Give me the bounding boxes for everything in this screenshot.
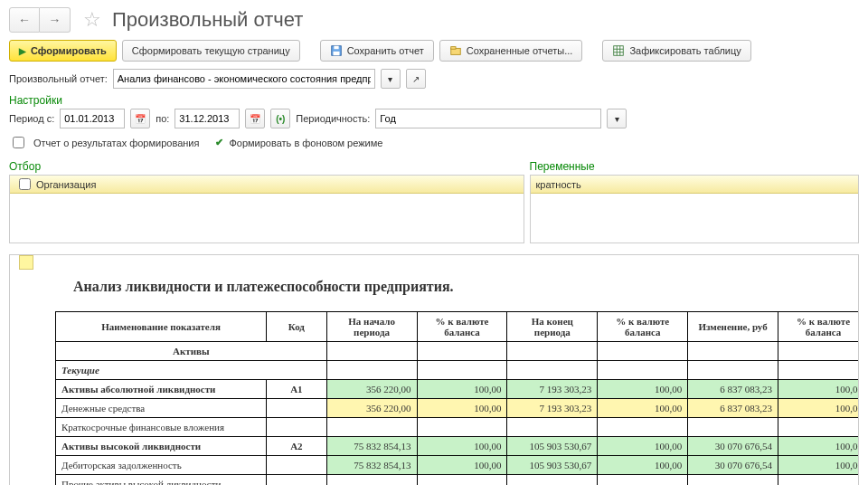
- table-cell: [267, 418, 327, 437]
- calendar-icon: 📅: [250, 114, 260, 124]
- chevron-down-icon: ▾: [388, 74, 392, 84]
- table-cell: [507, 418, 598, 437]
- table-cell: [598, 342, 688, 361]
- filter-row-checkbox[interactable]: [19, 178, 31, 190]
- table-cell: 100,00: [598, 437, 688, 456]
- play-icon: ▶: [19, 46, 26, 56]
- table-cell: 100,00: [598, 380, 688, 399]
- report-select-label: Произвольный отчет:: [9, 73, 108, 84]
- vars-panel: кратность: [530, 175, 859, 243]
- col-change: Изменение, руб: [688, 312, 778, 342]
- arrow-left-icon: ←: [18, 13, 31, 27]
- table-cell: [417, 475, 507, 486]
- table-cell: Активы абсолютной ликвидности: [56, 380, 267, 399]
- page-title: Произвольный отчет: [112, 8, 303, 32]
- table-cell: 6 837 083,23: [688, 399, 778, 418]
- table-row: Краткосрочные финансовые вложения: [56, 418, 860, 437]
- grid-icon: [612, 44, 625, 57]
- table-cell: 100,00: [778, 456, 859, 475]
- svg-rect-2: [333, 52, 339, 55]
- table-cell: 7 193 303,23: [507, 399, 598, 418]
- save-report-button[interactable]: Сохранить отчет: [320, 40, 434, 62]
- table-cell: 100,00: [417, 437, 507, 456]
- filter-heading: Отбор: [9, 160, 524, 173]
- table-row: Активы абсолютной ликвидностиА1356 220,0…: [56, 380, 860, 399]
- nav-forward-button[interactable]: →: [40, 7, 71, 33]
- settings-heading: Настройки: [9, 94, 859, 107]
- vars-heading: Переменные: [530, 160, 859, 173]
- col-end: На конец периода: [507, 312, 598, 342]
- table-cell: [778, 475, 859, 486]
- vars-panel-header[interactable]: кратность: [531, 176, 858, 194]
- nav-back-button[interactable]: ←: [9, 7, 40, 33]
- table-cell: [267, 456, 327, 475]
- saved-reports-label: Сохраненные отчеты...: [467, 45, 573, 56]
- svg-rect-5: [614, 46, 624, 56]
- report-select-dropdown-button[interactable]: ▾: [381, 69, 401, 89]
- report-marker-icon: [19, 255, 33, 270]
- table-cell: [507, 361, 598, 380]
- table-header-row: Наименование показателя Код На начало пе…: [56, 312, 860, 342]
- brackets-icon: (•): [276, 114, 285, 124]
- table-cell: [417, 361, 507, 380]
- table-cell: 100,00: [598, 399, 688, 418]
- period-extra-button[interactable]: (•): [270, 109, 290, 128]
- table-cell: Краткосрочные финансовые вложения: [56, 418, 267, 437]
- filter-column-label: Организация: [36, 179, 96, 190]
- table-cell: 75 832 854,13: [326, 437, 417, 456]
- open-icon: ↗: [412, 74, 420, 84]
- table-row: Текущие: [56, 361, 860, 380]
- table-row: Дебиторская задолженность75 832 854,1310…: [56, 456, 860, 475]
- table-cell: 100,00: [417, 399, 507, 418]
- report-select-input[interactable]: [113, 69, 375, 89]
- saved-reports-button[interactable]: Сохраненные отчеты...: [439, 40, 583, 62]
- report-select-open-button[interactable]: ↗: [406, 69, 426, 89]
- table-cell: [778, 361, 859, 380]
- table-cell: 30 070 676,54: [688, 456, 778, 475]
- table-cell: А1: [267, 380, 327, 399]
- check-icon: ✔: [215, 137, 223, 148]
- freeze-table-label: Зафиксировать таблицу: [629, 45, 741, 56]
- col-pct3: % к валюте баланса: [778, 312, 859, 342]
- result-report-checkbox[interactable]: [13, 137, 24, 148]
- periodicity-dropdown-button[interactable]: ▾: [607, 109, 627, 128]
- vars-column-label: кратность: [536, 179, 581, 190]
- table-cell: 100,00: [778, 437, 859, 456]
- table-cell: [507, 342, 598, 361]
- table-cell: 75 832 854,13: [326, 456, 417, 475]
- table-cell: [598, 361, 688, 380]
- period-to-label: по:: [156, 113, 169, 124]
- table-cell: А2: [267, 437, 327, 456]
- table-cell: [598, 475, 688, 486]
- period-to-input[interactable]: [175, 109, 240, 128]
- freeze-table-button[interactable]: Зафиксировать таблицу: [602, 40, 750, 62]
- table-cell: [417, 418, 507, 437]
- table-cell: [417, 342, 507, 361]
- background-label: Формировать в фоновом режиме: [229, 138, 382, 148]
- generate-current-page-button[interactable]: Сформировать текущую страницу: [122, 40, 300, 62]
- filter-panel-header[interactable]: Организация: [10, 176, 524, 194]
- generate-button[interactable]: ▶ Сформировать: [9, 40, 117, 62]
- save-report-label: Сохранить отчет: [347, 45, 424, 56]
- table-cell: Дебиторская задолженность: [56, 456, 267, 475]
- period-from-calendar-button[interactable]: 📅: [130, 109, 150, 128]
- table-cell: [688, 342, 778, 361]
- table-cell: 105 903 530,67: [507, 456, 598, 475]
- table-cell: 100,00: [417, 456, 507, 475]
- chevron-down-icon: ▾: [615, 114, 619, 124]
- report-table: Наименование показателя Код На начало пе…: [55, 311, 859, 485]
- table-cell: [326, 475, 417, 486]
- table-cell: [688, 361, 778, 380]
- periodicity-input[interactable]: [375, 109, 601, 128]
- table-cell: 105 903 530,67: [507, 437, 598, 456]
- svg-rect-4: [451, 47, 456, 50]
- period-from-input[interactable]: [60, 109, 125, 128]
- table-cell: Активы высокой ликвидности: [56, 437, 267, 456]
- col-code: Код: [267, 312, 327, 342]
- generate-current-page-label: Сформировать текущую страницу: [132, 45, 290, 56]
- folder-icon: [449, 44, 462, 57]
- table-row: Прочие активы высокой ликвидности: [56, 475, 860, 486]
- table-cell: 356 220,00: [326, 399, 417, 418]
- favorite-icon[interactable]: ☆: [83, 8, 101, 32]
- period-to-calendar-button[interactable]: 📅: [245, 109, 265, 128]
